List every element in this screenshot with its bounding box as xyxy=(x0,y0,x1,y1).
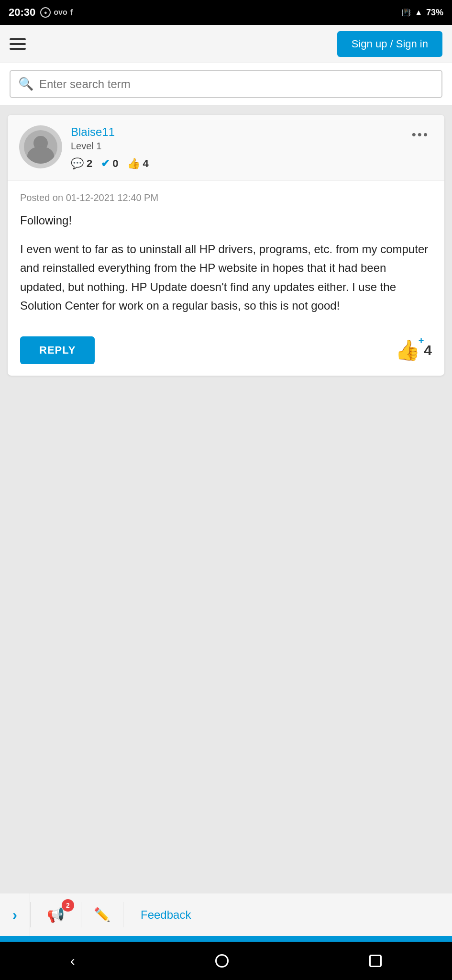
header-bar: Sign up / Sign in xyxy=(0,25,452,63)
hamburger-menu[interactable] xyxy=(10,38,26,50)
status-signal-icon: ▲ xyxy=(415,8,422,17)
username[interactable]: Blaise11 xyxy=(71,125,399,139)
toolbar-feedback-item[interactable]: Feedback xyxy=(123,893,208,936)
stat-solutions: ✔ 0 xyxy=(101,157,118,170)
status-icon-circle: ● xyxy=(40,7,51,18)
likes-count: 4 xyxy=(143,157,149,170)
stat-messages: 💬 2 xyxy=(71,157,92,170)
like-plus-icon: + xyxy=(419,335,424,346)
signin-button[interactable]: Sign up / Sign in xyxy=(337,31,442,57)
post-date: Posted on 01-12-2021 12:40 PM xyxy=(20,192,432,203)
status-fb: f xyxy=(70,8,73,18)
status-time: 20:30 xyxy=(9,6,35,19)
messages-count: 2 xyxy=(87,157,92,170)
edit-icon: ✏️ xyxy=(94,907,110,923)
solutions-count: 0 xyxy=(112,157,118,170)
post-card: Blaise11 Level 1 💬 2 ✔ 0 👍 4 xyxy=(8,115,444,376)
announce-icon: 📢 xyxy=(47,906,65,923)
search-input[interactable] xyxy=(39,78,434,91)
user-info-section: Blaise11 Level 1 💬 2 ✔ 0 👍 4 xyxy=(8,115,444,181)
toolbar-chevron-item[interactable]: › xyxy=(0,893,30,936)
stat-likes: 👍 4 xyxy=(127,157,149,170)
more-options-button[interactable]: ••• xyxy=(408,125,433,144)
messages-icon: 💬 xyxy=(71,157,84,170)
feedback-label[interactable]: Feedback xyxy=(136,908,196,922)
toolbar-badge: 2 xyxy=(62,899,74,912)
status-bar: 20:30 ● ovo f 📳 ▲ 73% xyxy=(0,0,452,25)
reply-button[interactable]: REPLY xyxy=(20,336,95,364)
accent-bar xyxy=(0,936,452,942)
main-content: Blaise11 Level 1 💬 2 ✔ 0 👍 4 xyxy=(0,105,452,893)
user-level: Level 1 xyxy=(71,141,399,152)
nav-back-button[interactable]: ‹ xyxy=(70,953,75,969)
status-ovo: ovo xyxy=(54,8,67,17)
bottom-toolbar: › 📢 2 ✏️ Feedback xyxy=(0,893,452,936)
likes-icon: 👍 xyxy=(127,157,140,170)
nav-recents-button[interactable] xyxy=(369,955,382,967)
post-paragraph-2: I even went to far as to uninstall all H… xyxy=(20,240,432,315)
post-content: Posted on 01-12-2021 12:40 PM Following!… xyxy=(8,181,444,327)
like-count: 4 xyxy=(424,342,432,358)
solutions-icon: ✔ xyxy=(101,157,110,170)
post-text: Following! I even went to far as to unin… xyxy=(20,211,432,315)
thumbsup-icon: 👍 xyxy=(395,338,420,362)
android-nav-bar: ‹ xyxy=(0,942,452,980)
toolbar-edit-item[interactable]: ✏️ xyxy=(81,893,123,936)
like-section: 👍 + 4 xyxy=(395,338,432,362)
status-battery: 73% xyxy=(426,8,443,18)
status-vibrate-icon: 📳 xyxy=(401,8,411,17)
avatar xyxy=(19,125,62,168)
chevron-right-icon: › xyxy=(12,907,17,923)
search-bar-container: 🔍 xyxy=(0,63,452,105)
toolbar-announce-item[interactable]: 📢 2 xyxy=(31,893,81,936)
like-icon-wrap[interactable]: 👍 + xyxy=(395,338,420,362)
nav-home-button[interactable] xyxy=(215,954,229,968)
user-details: Blaise11 Level 1 💬 2 ✔ 0 👍 4 xyxy=(71,125,399,170)
user-stats: 💬 2 ✔ 0 👍 4 xyxy=(71,157,399,170)
post-paragraph-1: Following! xyxy=(20,211,432,230)
search-icon: 🔍 xyxy=(18,77,33,91)
post-actions: REPLY 👍 + 4 xyxy=(8,327,444,376)
